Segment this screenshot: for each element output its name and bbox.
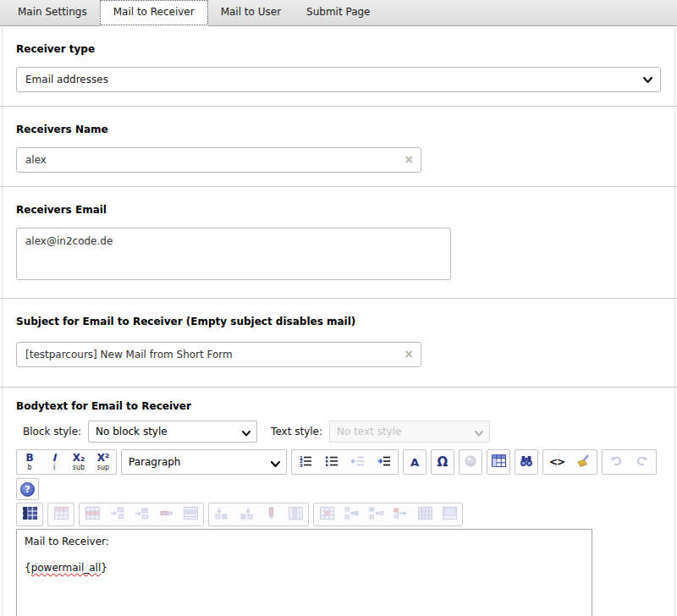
ordered-list-icon: 123 [299,454,312,470]
superscript-button[interactable]: X² sup [95,451,112,474]
text-color-button[interactable]: A [403,449,427,475]
ordered-list-button[interactable]: 123 [296,452,315,472]
unordered-list-button[interactable] [322,452,341,472]
row-split-button[interactable] [181,504,200,525]
find-replace-button[interactable] [515,449,538,475]
section-subject: Subject for Email to Receiver (Empty sub… [3,299,674,387]
remove-format-button[interactable] [574,452,592,472]
column-insert-before-icon [215,507,229,522]
cell-operations-group [313,503,463,526]
cell-insert-before-icon [344,507,359,522]
form-panel: Receiver type Email addresses Receivers … [2,26,675,616]
receivers-email-label: Receivers Email [16,204,661,216]
redo-icon [636,455,649,470]
outdent-icon [351,454,365,470]
column-delete-button[interactable] [261,504,280,525]
undo-redo-group [602,449,657,475]
undo-icon [609,455,623,470]
table-restyle-button[interactable] [52,504,70,525]
rte-help-button[interactable]: ? [16,478,39,500]
subscript-button[interactable]: X₂ sub [70,451,87,474]
table-pale-icon [54,507,69,522]
table-dark-icon [23,507,37,522]
row-insert-under-button[interactable] [132,504,151,525]
column-split-button[interactable] [286,504,305,525]
italic-button[interactable]: I i [46,451,63,474]
text-style-select[interactable]: No text style [329,421,490,443]
section-receivers-email: Receivers Email alex@in2code.de [3,187,674,298]
section-receiver-type: Receiver type Email addresses [3,26,674,106]
cell-merge-icon [418,507,432,522]
column-delete-icon [264,507,278,522]
cell-merge-button[interactable] [416,504,434,525]
italic-icon: I [52,453,56,464]
table-properties-group [16,503,43,526]
receivers-name-input[interactable] [16,147,421,173]
row-delete-icon [159,507,173,522]
row-delete-button[interactable] [157,504,175,525]
clear-field-icon[interactable]: × [404,347,414,360]
text-color-icon: A [410,456,419,469]
rte-style-bar: Block style: No block style Text style: … [23,421,661,443]
row-properties-button[interactable] [83,504,102,525]
cell-delete-button[interactable] [391,504,410,525]
rte-toolbar-row1: B b I i X₂ sub X² sup [16,449,661,475]
row-properties-icon [85,507,100,522]
tab-submit-page[interactable]: Submit Page [294,0,383,25]
receivers-email-textarea[interactable]: alex@in2code.de [16,228,451,280]
link-globe-icon [464,454,477,470]
column-insert-before-button[interactable] [212,504,231,525]
rte-editor-area[interactable]: Mail to Receiver: {powermail_all} [16,529,592,616]
tab-main-settings[interactable]: Main Settings [5,0,100,25]
binoculars-icon [520,454,533,470]
cell-split-icon [443,507,457,522]
clear-field-icon[interactable]: × [404,152,414,166]
subject-input[interactable] [16,342,421,367]
outdent-button[interactable] [349,452,367,472]
view-source-button[interactable]: <> [548,452,566,472]
format-button-group: B b I i X₂ sub X² sup [16,449,117,475]
broom-icon [576,454,591,470]
column-split-icon [289,507,303,522]
cell-properties-button[interactable] [317,504,336,525]
cell-split-button[interactable] [440,504,459,525]
bold-button[interactable]: B b [21,451,38,474]
undo-button[interactable] [607,452,625,472]
bodytext-label: Bodytext for Email to Receiver [16,400,661,412]
tab-mail-to-receiver[interactable]: Mail to Receiver [100,0,208,25]
subscript-icon: X₂ [73,453,85,464]
editor-token-line: {powermail_all} [25,562,584,574]
source-clean-group: <> [542,449,597,475]
cell-insert-after-button[interactable] [366,504,385,525]
table-properties-button[interactable] [20,504,39,525]
block-format-select[interactable]: Paragraph [121,449,287,475]
row-insert-above-icon [110,507,124,522]
column-insert-after-icon [239,507,254,522]
indent-button[interactable] [375,452,394,472]
section-receivers-name: Receivers Name × [3,107,674,186]
form-screen: Main Settings Mail to Receiver Mail to U… [0,0,677,616]
svg-text:3: 3 [300,462,303,467]
insert-table-button[interactable] [487,449,510,475]
block-style-label: Block style: [23,426,81,437]
list-indent-group: 123 [291,449,399,475]
spellcheck-token: powermail_all [31,562,102,574]
receiver-type-label: Receiver type [16,43,661,55]
insert-link-button[interactable] [459,449,482,475]
row-insert-above-button[interactable] [107,504,126,525]
subject-label: Subject for Email to Receiver (Empty sub… [16,316,661,327]
cell-insert-before-button[interactable] [342,504,361,525]
tab-mail-to-user[interactable]: Mail to User [208,0,294,25]
redo-button[interactable] [633,452,652,472]
cell-insert-after-icon [369,507,383,522]
column-insert-after-button[interactable] [237,504,256,525]
row-split-icon [184,507,198,522]
help-icon: ? [20,482,35,497]
row-insert-under-icon [135,507,149,522]
receivers-name-label: Receivers Name [16,124,661,135]
receiver-type-select[interactable]: Email addresses [16,67,661,92]
special-character-button[interactable]: Ω [431,449,454,475]
cell-delete-icon [394,507,408,522]
block-style-select[interactable]: No block style [88,421,257,443]
superscript-icon: X² [97,453,110,464]
